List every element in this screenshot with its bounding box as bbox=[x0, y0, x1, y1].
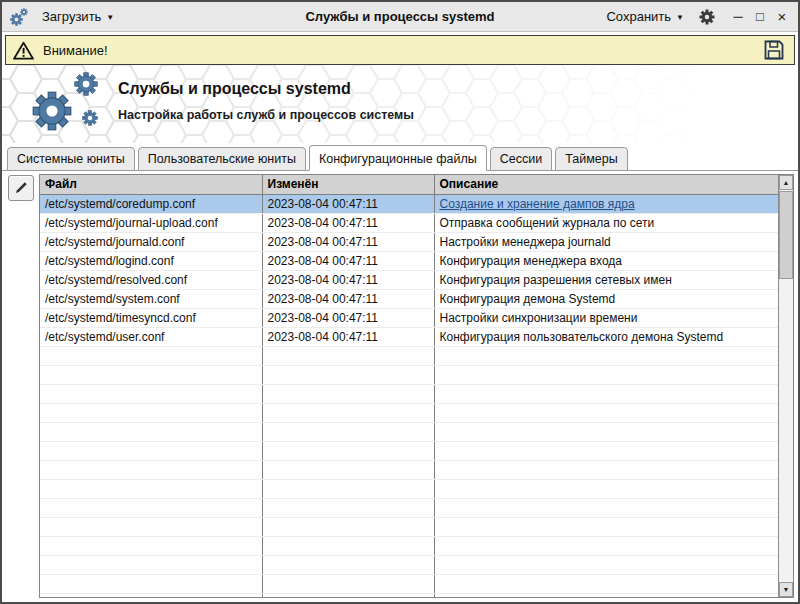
scroll-down-button[interactable]: ▼ bbox=[779, 582, 793, 597]
table-row-empty bbox=[40, 346, 778, 365]
save-button-label: Сохранить bbox=[606, 9, 671, 24]
tab-4[interactable]: Сессии bbox=[490, 147, 552, 171]
table-row-empty bbox=[40, 517, 778, 536]
table-row[interactable]: /etc/systemd/resolved.conf2023-08-04 00:… bbox=[40, 270, 778, 289]
load-button[interactable]: Загрузить ▼ bbox=[36, 6, 120, 27]
table-row[interactable]: /etc/systemd/system.conf2023-08-04 00:47… bbox=[40, 289, 778, 308]
tab-3[interactable]: Конфигурационные файлы bbox=[309, 145, 487, 171]
description-link[interactable]: Создание и хранение дампов ядра bbox=[440, 197, 635, 211]
tab-5[interactable]: Таймеры bbox=[555, 147, 628, 171]
tab-1[interactable]: Системные юниты bbox=[7, 147, 135, 171]
table-row[interactable]: /etc/systemd/coredump.conf2023-08-04 00:… bbox=[40, 194, 778, 213]
table-row-empty bbox=[40, 365, 778, 384]
app-window: Загрузить ▼ Службы и процессы systemd Со… bbox=[0, 0, 800, 604]
pencil-icon bbox=[13, 180, 29, 196]
vertical-scrollbar[interactable]: ▲ ▼ bbox=[778, 175, 793, 597]
config-files-table: ФайлИзменёнОписание /etc/systemd/coredum… bbox=[39, 174, 794, 598]
table-row-empty bbox=[40, 555, 778, 574]
column-header-1[interactable]: Файл bbox=[40, 175, 262, 194]
content-area: ФайлИзменёнОписание /etc/systemd/coredum… bbox=[2, 171, 798, 602]
titlebar-left-group: Загрузить ▼ bbox=[8, 6, 120, 28]
window-controls: ─ □ × bbox=[728, 7, 792, 27]
table-row[interactable]: /etc/systemd/logind.conf2023-08-04 00:47… bbox=[40, 251, 778, 270]
tab-bar: Системные юнитыПользовательские юнитыКон… bbox=[2, 147, 798, 171]
table-row-empty bbox=[40, 479, 778, 498]
scroll-up-button[interactable]: ▲ bbox=[779, 175, 793, 190]
warning-message: Внимание! bbox=[43, 43, 108, 58]
table-row-empty bbox=[40, 460, 778, 479]
table-row[interactable]: /etc/systemd/journald.conf2023-08-04 00:… bbox=[40, 232, 778, 251]
side-toolbar bbox=[6, 174, 36, 598]
warning-triangle-icon bbox=[13, 41, 34, 60]
save-button[interactable]: Сохранить ▼ bbox=[600, 6, 690, 27]
table-row-empty bbox=[40, 498, 778, 517]
scrollbar-track[interactable] bbox=[779, 190, 793, 582]
tab-2[interactable]: Пользовательские юниты bbox=[138, 147, 306, 171]
page-subtitle: Настройка работы служб и процессов систе… bbox=[118, 108, 414, 122]
page-title: Службы и процессы systemd bbox=[118, 80, 414, 98]
scrollbar-thumb[interactable] bbox=[779, 191, 793, 279]
warning-bar: Внимание! bbox=[5, 35, 795, 65]
table-row[interactable]: /etc/systemd/journal-upload.conf2023-08-… bbox=[40, 213, 778, 232]
save-changes-button[interactable] bbox=[761, 37, 787, 63]
close-button[interactable]: × bbox=[772, 7, 792, 27]
table-body: /etc/systemd/coredump.conf2023-08-04 00:… bbox=[40, 194, 778, 598]
column-header-3[interactable]: Описание bbox=[434, 175, 778, 194]
table-row-empty bbox=[40, 574, 778, 593]
gears-logo bbox=[20, 68, 110, 143]
column-header-2[interactable]: Изменён bbox=[262, 175, 434, 194]
minimize-button[interactable]: ─ bbox=[728, 7, 748, 27]
titlebar-right-group: Сохранить ▼ bbox=[600, 6, 792, 28]
page-header: Службы и процессы systemd Настройка рабо… bbox=[2, 65, 798, 143]
edit-button[interactable] bbox=[8, 175, 34, 201]
load-button-label: Загрузить bbox=[42, 9, 101, 24]
titlebar: Загрузить ▼ Службы и процессы systemd Со… bbox=[2, 2, 798, 32]
table-row[interactable]: /etc/systemd/user.conf2023-08-04 00:47:1… bbox=[40, 327, 778, 346]
table-row-empty bbox=[40, 536, 778, 555]
settings-gear-icon[interactable] bbox=[696, 6, 718, 28]
table-row[interactable]: /etc/systemd/timesyncd.conf2023-08-04 00… bbox=[40, 308, 778, 327]
table-row-empty bbox=[40, 384, 778, 403]
table-row-empty bbox=[40, 422, 778, 441]
app-gears-icon bbox=[8, 6, 30, 28]
chevron-down-icon: ▼ bbox=[676, 14, 684, 22]
hero-text-block: Службы и процессы systemd Настройка рабо… bbox=[118, 80, 414, 122]
chevron-down-icon: ▼ bbox=[106, 14, 114, 22]
table-row-empty bbox=[40, 441, 778, 460]
maximize-button[interactable]: □ bbox=[750, 7, 770, 27]
table-row-empty bbox=[40, 593, 778, 598]
table-header-row: ФайлИзменёнОписание bbox=[40, 175, 778, 194]
table-row-empty bbox=[40, 403, 778, 422]
